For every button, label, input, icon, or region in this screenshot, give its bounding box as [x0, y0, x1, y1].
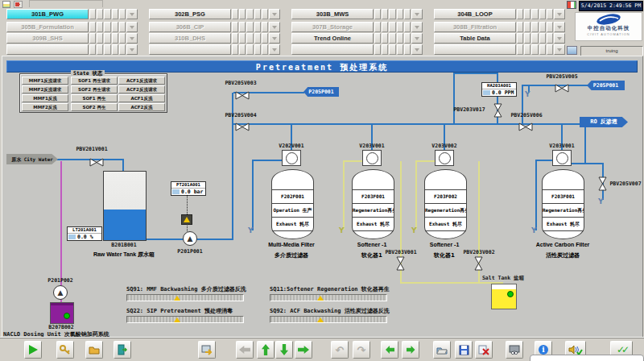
toolbar-nav-left-button[interactable]	[236, 341, 254, 359]
p205p001-banner[interactable]: P205P001	[303, 87, 339, 97]
instrument-unit: bar	[194, 189, 204, 195]
valve-pbv205v006[interactable]	[518, 119, 533, 135]
toolbar-save-button[interactable]	[455, 341, 473, 359]
nav-drop-button[interactable]	[126, 44, 138, 55]
nav-drop-button[interactable]	[411, 22, 423, 32]
vessel-top-valve[interactable]	[282, 150, 301, 166]
nav-segments	[89, 44, 126, 55]
nav-button-301b-pwg[interactable]: 301B_PWG	[6, 9, 89, 19]
toolbar-exit-button[interactable]	[114, 341, 131, 359]
vessel-acf[interactable]: F203F001 Regeneration再生 Exhaust 耗尽	[542, 169, 584, 239]
nav-drop-button[interactable]	[269, 22, 280, 32]
nav-button-302b-psg[interactable]: 302B_PSG	[149, 9, 231, 19]
sequence-bar	[270, 294, 387, 301]
nav-button-305b-formulation[interactable]: 305B_Formulation	[6, 22, 89, 32]
regen-pipe	[415, 160, 417, 230]
nav-button-blank[interactable]	[291, 44, 374, 55]
nav-button-blank[interactable]	[434, 44, 516, 55]
vessel-name-cn: 活性炭过滤器	[522, 251, 603, 259]
tab-outline	[29, 0, 103, 7]
pressure-transmitter-pt201a001[interactable]: PT201A001 0.0 bar	[171, 181, 206, 196]
valve-pbv203v017[interactable]	[493, 103, 502, 121]
nav-button-306b-cip[interactable]: 306B_CIP	[149, 22, 231, 32]
valve-label: PBV205V006	[498, 112, 555, 118]
vessel-name-en: Active Carbon Filter	[522, 242, 603, 247]
nav-drop-button[interactable]	[554, 44, 565, 55]
toolbar-delete-button[interactable]	[475, 341, 493, 359]
vessel-row: Operation 生产	[272, 203, 313, 218]
ro-banner[interactable]: RO 反渗透	[580, 117, 628, 127]
toolbar-run-button[interactable]	[24, 341, 42, 359]
vessel-mmf[interactable]: F202F001 Operation 生产 Exhaust 耗尽	[271, 169, 314, 239]
vessel-top-valve[interactable]	[362, 150, 382, 166]
grid-status-icon[interactable]	[567, 1, 576, 9]
nav-button-table-data[interactable]: Table Data	[434, 33, 516, 44]
nav-button-308b-filtration[interactable]: 308B_Filtration	[434, 22, 516, 32]
nav-drop-button[interactable]	[126, 9, 138, 19]
vessel-softener-2[interactable]: F203F002 Regeneration再生 Exhaust 耗尽	[424, 169, 467, 239]
save-icon	[459, 345, 469, 355]
salt-tank[interactable]	[491, 284, 517, 309]
toolbar-redo-button[interactable]: ↷	[353, 341, 370, 359]
toolbar-login-button[interactable]	[56, 341, 74, 359]
toolbar-screen-out-button[interactable]	[402, 341, 419, 359]
toolbar-screen-eye-button[interactable]	[506, 341, 523, 359]
nav-button-304b-loop[interactable]: 304B_LOOP	[434, 9, 516, 19]
analyzer-ha203a001[interactable]: HA203A001 0.0 PPM	[481, 82, 517, 97]
nav-button-309b-shs[interactable]: 309B_SHS	[6, 33, 89, 44]
nav-button-303b-mws[interactable]: 303B_MWS	[291, 9, 374, 19]
nav-button-307b-storage[interactable]: 307B_Storage	[291, 22, 374, 32]
nav-drop-button[interactable]	[269, 33, 280, 44]
nav-drop-button[interactable]	[554, 22, 565, 32]
valve-pbv205v003[interactable]	[235, 88, 250, 103]
toolbar-nav-down-button[interactable]	[275, 341, 293, 359]
drain-y-icon: Y	[248, 226, 254, 234]
dosing-tank-b207b002[interactable]	[50, 302, 74, 324]
nav-drop-button[interactable]	[269, 9, 280, 19]
nav-drop-button[interactable]	[554, 9, 565, 19]
regen-pipe	[343, 160, 364, 162]
nav-drop-button[interactable]	[269, 44, 280, 55]
toolbar-open-button[interactable]	[433, 341, 451, 359]
vessel-name-cn: 多介质过滤器	[251, 251, 332, 259]
nav-drop-button[interactable]	[411, 44, 423, 55]
nav-drop-button[interactable]	[411, 33, 423, 44]
nav-drop-button[interactable]	[554, 33, 565, 44]
pump-p201p002[interactable]: ▲	[53, 285, 68, 300]
valve-label: PBV205V005	[534, 73, 590, 80]
tank-water-level	[104, 210, 146, 240]
toolbar-nav-right-button[interactable]	[295, 341, 312, 359]
vessel-top-valve[interactable]	[435, 150, 454, 166]
pump-label: P201P002	[36, 277, 85, 284]
nav-button-trend-online[interactable]: Trend Online	[291, 33, 374, 44]
nav-segments	[517, 44, 553, 55]
raw-water-tank[interactable]	[103, 171, 147, 241]
valve-pbv205v004[interactable]	[235, 119, 250, 135]
nav-drop-button[interactable]	[411, 9, 423, 19]
nav-drop-button[interactable]	[126, 22, 138, 32]
marker-icon[interactable]	[14, 1, 23, 8]
window-icon[interactable]	[567, 46, 577, 55]
toolbar-nav-up-button[interactable]	[257, 341, 275, 359]
nav-drop-button[interactable]	[126, 33, 138, 44]
toolbar-screen-in-button[interactable]	[381, 341, 398, 359]
level-transmitter-lt201a001[interactable]: LT201A001 0.0 %	[67, 226, 102, 241]
toolbar-screen-shift-button[interactable]	[198, 341, 216, 359]
vessel-top-valve[interactable]	[552, 150, 572, 166]
nav-button-blank[interactable]	[149, 44, 231, 55]
p205p001-banner[interactable]: P205P001	[587, 81, 625, 90]
valve-pbv201v001[interactable]	[89, 155, 104, 170]
pipe	[232, 123, 588, 125]
nav-button-310b-dhs[interactable]: 310B_DHS	[149, 33, 231, 44]
vessel-softener-1[interactable]: F203F001 Regeneration再生 Exhaust 耗尽	[352, 169, 394, 239]
vessel-row: Regeneration再生	[543, 203, 584, 218]
valve-pbv205v005[interactable]	[555, 81, 569, 96]
vessel-valve-label: V202V001	[267, 143, 316, 149]
pages-icon[interactable]	[2, 1, 10, 8]
toolbar-undo-button[interactable]: ↶	[331, 341, 349, 359]
toolbar-folder-button[interactable]	[85, 341, 103, 359]
alarm-warning-icon[interactable]	[181, 214, 192, 225]
regen-pipe	[415, 160, 436, 162]
nav-button-blank[interactable]	[6, 44, 89, 55]
pump-p201p001[interactable]: ▲	[183, 231, 197, 246]
